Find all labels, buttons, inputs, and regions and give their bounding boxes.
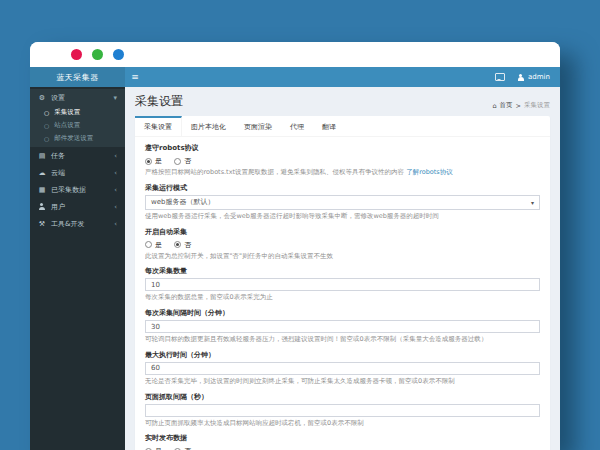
tasks-icon: ▤ <box>38 152 46 160</box>
sidebar-subitem-label: 邮件发送设置 <box>54 134 93 143</box>
chevron-left-icon: ‹ <box>114 220 117 228</box>
help-text: 使用web服务器运行采集，会受web服务器运行超时影响导致采集中断，需修改web… <box>145 212 439 220</box>
tab-bar: 采集设置图片本地化页面渲染代理翻译 <box>135 116 550 137</box>
radio-group: 是否 <box>145 240 540 250</box>
cloud-icon: ☁ <box>38 169 46 177</box>
breadcrumb-home[interactable]: 首页 <box>500 101 513 110</box>
form-group-6: 页面抓取间隔（秒）可防止页面抓取频率太快造成目标网站响应超时或宕机，留空或0表示… <box>145 392 540 428</box>
sidebar-item-label: 工具&开发 <box>51 219 84 229</box>
tab-1[interactable]: 图片本地化 <box>182 116 235 136</box>
text-field[interactable] <box>145 362 540 375</box>
radio-icon <box>145 158 152 165</box>
sidebar-section: ▦已采集数据‹ <box>30 181 125 198</box>
field-label: 页面抓取间隔（秒） <box>145 392 540 402</box>
radio-icon <box>174 241 181 248</box>
sidebar-item-3[interactable]: ▦已采集数据‹ <box>30 181 125 198</box>
radio-option[interactable]: 否 <box>174 240 191 250</box>
sidebar-subitem-2[interactable]: ○邮件发送设置 <box>30 132 125 145</box>
sidebar-item-1[interactable]: ▤任务‹ <box>30 147 125 164</box>
tab-4[interactable]: 翻译 <box>313 116 345 136</box>
form-group-1: 采集运行模式web服务器（默认）▾使用web服务器运行采集，会受web服务器运行… <box>145 183 540 221</box>
sidebar-item-label: 云端 <box>51 168 65 178</box>
message-icon[interactable] <box>495 73 505 81</box>
radio-option[interactable]: 是 <box>145 446 162 450</box>
help-text: 每次采集的数据总量，留空或0表示采完为止 <box>145 293 273 301</box>
text-field[interactable] <box>145 404 540 417</box>
chevron-down-icon: ▾ <box>531 199 534 206</box>
sidebar-item-label: 设置 <box>51 93 65 103</box>
breadcrumb-current: 采集设置 <box>524 101 550 110</box>
form-group-4: 每次采集间隔时间（分钟）可轮询目标的数据更新且有效减轻服务器压力，强烈建议设置时… <box>145 308 540 344</box>
robots-link[interactable]: 了解robots协议 <box>406 168 453 176</box>
text-field[interactable] <box>145 320 540 333</box>
sidebar-subitem-0[interactable]: ○采集设置 <box>30 106 125 119</box>
form-group-0: 遵守robots协议是否严格按照目标网站的robots.txt设置爬取数据，避免… <box>145 143 540 177</box>
circle-icon: ○ <box>44 109 49 116</box>
settings-form: 遵守robots协议是否严格按照目标网站的robots.txt设置爬取数据，避免… <box>135 137 550 450</box>
field-label: 最大执行时间（分钟） <box>145 350 540 360</box>
sidebar-item-2[interactable]: ☁云端‹ <box>30 164 125 181</box>
user-icon <box>517 74 524 81</box>
field-label: 实时发布数据 <box>145 433 540 443</box>
sidebar-item-0[interactable]: ⚙设置▾ <box>30 89 125 106</box>
select-field[interactable]: web服务器（默认）▾ <box>145 195 540 210</box>
text-field[interactable] <box>145 278 540 291</box>
field-help: 可轮询目标的数据更新且有效减轻服务器压力，强烈建议设置时间！留空或0表示不限制（… <box>145 335 540 344</box>
content-header: 采集设置 ⌂ 首页 > 采集设置 <box>135 93 550 110</box>
field-help: 无论是否采集完毕，到达设置的时间则立刻终止采集，可防止采集太久造成服务器卡顿，留… <box>145 377 540 386</box>
sidebar-section: ▤任务‹ <box>30 147 125 164</box>
sidebar-section: ⚙设置▾○采集设置○站点设置○邮件发送设置 <box>30 89 125 147</box>
sidebar-menu: ⚙设置▾○采集设置○站点设置○邮件发送设置▤任务‹☁云端‹▦已采集数据‹用户‹⚒… <box>30 87 125 450</box>
window-close-dot[interactable] <box>71 49 82 60</box>
wrench-icon: ⚒ <box>38 220 46 228</box>
app-brand[interactable]: 蓝天采集器 <box>30 67 125 87</box>
sidebar-subitem-label: 站点设置 <box>54 121 80 130</box>
circle-icon: ○ <box>44 122 49 129</box>
help-text: 严格按照目标网站的robots.txt设置爬取数据，避免采集到隐私、侵权等具有争… <box>145 168 406 176</box>
sidebar-item-label: 已采集数据 <box>51 185 86 195</box>
radio-label: 是 <box>155 156 162 166</box>
form-group-5: 最大执行时间（分钟）无论是否采集完毕，到达设置的时间则立刻终止采集，可防止采集太… <box>145 350 540 386</box>
tab-3[interactable]: 代理 <box>281 116 313 136</box>
sidebar-item-label: 用户 <box>51 202 65 212</box>
navbar-right: admin <box>495 67 560 87</box>
help-text: 此设置为总控制开关，如设置"否"则任务中的自动采集设置不生效 <box>145 252 333 260</box>
radio-label: 否 <box>184 156 191 166</box>
chevron-left-icon: ‹ <box>114 152 117 160</box>
main-content: 采集设置 ⌂ 首页 > 采集设置 采集设置图片本地化页面渲染代理翻译 遵守rob… <box>125 87 560 450</box>
radio-option[interactable]: 否 <box>174 156 191 166</box>
tab-2[interactable]: 页面渲染 <box>235 116 281 136</box>
chevron-left-icon: ‹ <box>114 203 117 211</box>
field-help: 每次采集的数据总量，留空或0表示采完为止 <box>145 293 540 302</box>
settings-box: 采集设置图片本地化页面渲染代理翻译 遵守robots协议是否严格按照目标网站的r… <box>135 116 550 450</box>
sidebar-item-5[interactable]: ⚒工具&开发‹ <box>30 215 125 232</box>
sidebar-section: 用户‹ <box>30 198 125 215</box>
tab-0[interactable]: 采集设置 <box>135 116 182 136</box>
breadcrumb: ⌂ 首页 > 采集设置 <box>492 101 550 110</box>
help-text: 可轮询目标的数据更新且有效减轻服务器压力，强烈建议设置时间！留空或0表示不限制（… <box>145 335 487 343</box>
sidebar-toggle-icon[interactable]: ≡ <box>125 67 145 87</box>
breadcrumb-separator: > <box>516 102 521 110</box>
radio-label: 是 <box>155 446 162 450</box>
help-text: 可防止页面抓取频率太快造成目标网站响应超时或宕机，留空或0表示不限制 <box>145 419 364 427</box>
radio-option[interactable]: 是 <box>145 156 162 166</box>
window-minimize-dot[interactable] <box>92 49 103 60</box>
sidebar-subitem-1[interactable]: ○站点设置 <box>30 119 125 132</box>
field-label: 遵守robots协议 <box>145 143 540 153</box>
radio-label: 否 <box>184 446 191 450</box>
radio-icon <box>174 158 181 165</box>
page-title: 采集设置 <box>135 93 183 110</box>
form-group-3: 每次采集数量每次采集的数据总量，留空或0表示采完为止 <box>145 266 540 302</box>
user-menu[interactable]: admin <box>517 73 550 81</box>
radio-option[interactable]: 否 <box>174 446 191 450</box>
chevron-down-icon: ▾ <box>113 94 117 102</box>
circle-icon: ○ <box>44 135 49 142</box>
window-maximize-dot[interactable] <box>113 49 124 60</box>
field-label: 每次采集间隔时间（分钟） <box>145 308 540 318</box>
radio-group: 是否 <box>145 156 540 166</box>
sidebar-item-4[interactable]: 用户‹ <box>30 198 125 215</box>
field-help: 可防止页面抓取频率太快造成目标网站响应超时或宕机，留空或0表示不限制 <box>145 419 540 428</box>
user-icon <box>38 203 46 210</box>
radio-option[interactable]: 是 <box>145 240 162 250</box>
database-icon: ▦ <box>38 186 46 194</box>
